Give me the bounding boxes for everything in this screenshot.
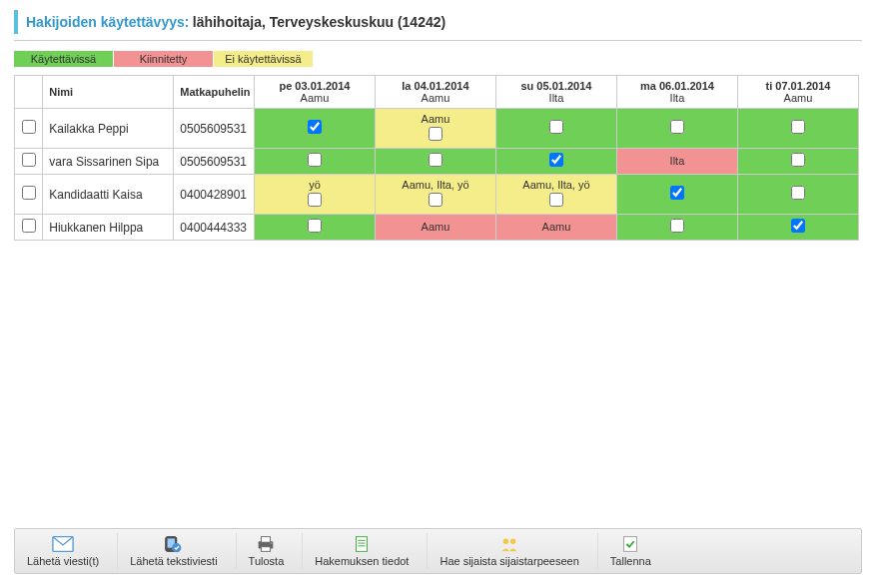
candidate-phone: 0400428901: [174, 175, 255, 215]
row-select-cell: [15, 215, 43, 241]
availability-cell: Ilta: [616, 149, 737, 175]
availability-checkbox[interactable]: [791, 186, 805, 200]
availability-cell: [737, 215, 858, 241]
legend: Käytettävissä Kiinnitetty Ei käytettävis…: [14, 51, 314, 67]
availability-checkbox[interactable]: [549, 120, 563, 134]
availability-checkbox[interactable]: [308, 120, 322, 134]
header-day-4[interactable]: ti 07.01.2014 Aamu: [737, 76, 858, 109]
availability-cell: [737, 175, 858, 215]
availability-checkbox[interactable]: [670, 186, 684, 200]
row-select-cell: [15, 109, 43, 149]
availability-checkbox[interactable]: [791, 153, 805, 167]
header-day-0[interactable]: pe 03.01.2014 Aamu: [254, 76, 375, 109]
availability-note: Aamu: [382, 221, 489, 233]
availability-checkbox[interactable]: [308, 219, 322, 233]
row-select-checkbox[interactable]: [22, 219, 36, 233]
candidate-name: Hiukkanen Hilppa: [43, 215, 174, 241]
legend-pinned: Kiinnitetty: [114, 51, 214, 67]
table-row: Kailakka Peppi0505609531Aamu: [15, 109, 859, 149]
availability-note: yö: [261, 179, 369, 191]
availability-checkbox[interactable]: [549, 153, 563, 167]
legend-unavailable: Ei käytettävissä: [214, 51, 314, 67]
availability-cell: Aamu, Ilta, yö: [375, 175, 495, 215]
availability-cell: Aamu: [375, 215, 495, 241]
availability-cell: [495, 109, 616, 149]
page-title: Hakijoiden käytettävyys: lähihoitaja, Te…: [14, 10, 862, 34]
legend-available: Käytettävissä: [14, 51, 114, 67]
separator: [14, 40, 862, 41]
candidate-phone: 0505609531: [174, 149, 255, 175]
header-select: [15, 76, 43, 109]
header-day-1[interactable]: la 04.01.2014 Aamu: [375, 76, 495, 109]
page-title-label: Hakijoiden käytettävyys:: [26, 14, 189, 30]
availability-note: Aamu, Ilta, yö: [382, 179, 489, 191]
availability-checkbox[interactable]: [549, 193, 563, 207]
header-day-2[interactable]: su 05.01.2014 Ilta: [495, 76, 616, 109]
availability-checkbox[interactable]: [429, 193, 442, 207]
availability-cell: [737, 149, 858, 175]
candidate-phone: 0400444333: [174, 215, 255, 241]
availability-cell: [254, 149, 375, 175]
row-select-checkbox[interactable]: [22, 186, 36, 200]
availability-cell: [495, 149, 616, 175]
page-title-value: lähihoitaja, Terveyskeskuskuu (14242): [193, 14, 445, 30]
candidate-name: Kandidaatti Kaisa: [43, 175, 174, 215]
header-day-3[interactable]: ma 06.01.2014 Ilta: [616, 76, 737, 109]
availability-cell: [616, 175, 737, 215]
availability-note: Aamu: [502, 221, 610, 233]
availability-cell: [616, 109, 737, 149]
table-row: Kandidaatti Kaisa0400428901yöAamu, Ilta,…: [15, 175, 859, 215]
availability-checkbox[interactable]: [429, 153, 442, 167]
row-select-checkbox[interactable]: [22, 153, 36, 167]
table-row: vara Sissarinen Sipa0505609531Ilta: [15, 149, 859, 175]
availability-note: Ilta: [623, 155, 731, 167]
availability-table: Nimi Matkapuhelin pe 03.01.2014 Aamu la …: [14, 75, 859, 241]
table-row: Hiukkanen Hilppa0400444333AamuAamu: [15, 215, 859, 241]
availability-checkbox[interactable]: [308, 153, 322, 167]
availability-checkbox[interactable]: [429, 127, 442, 141]
candidate-phone: 0505609531: [174, 109, 255, 149]
availability-note: Aamu: [382, 113, 489, 125]
availability-cell: yö: [254, 175, 375, 215]
header-name[interactable]: Nimi: [43, 76, 174, 109]
availability-cell: Aamu: [375, 109, 495, 149]
availability-cell: [254, 109, 375, 149]
candidate-name: vara Sissarinen Sipa: [43, 149, 174, 175]
availability-cell: [616, 215, 737, 241]
availability-cell: [375, 149, 495, 175]
row-select-cell: [15, 149, 43, 175]
availability-checkbox[interactable]: [670, 120, 684, 134]
availability-cell: [737, 109, 858, 149]
candidate-name: Kailakka Peppi: [43, 109, 174, 149]
availability-checkbox[interactable]: [791, 219, 805, 233]
row-select-checkbox[interactable]: [22, 120, 36, 134]
availability-cell: [254, 215, 375, 241]
availability-cell: Aamu, Ilta, yö: [495, 175, 616, 215]
row-select-cell: [15, 175, 43, 215]
availability-checkbox[interactable]: [670, 219, 684, 233]
header-phone[interactable]: Matkapuhelin: [174, 76, 255, 109]
availability-note: Aamu, Ilta, yö: [502, 179, 610, 191]
availability-checkbox[interactable]: [308, 193, 322, 207]
availability-checkbox[interactable]: [791, 120, 805, 134]
availability-cell: Aamu: [495, 215, 616, 241]
